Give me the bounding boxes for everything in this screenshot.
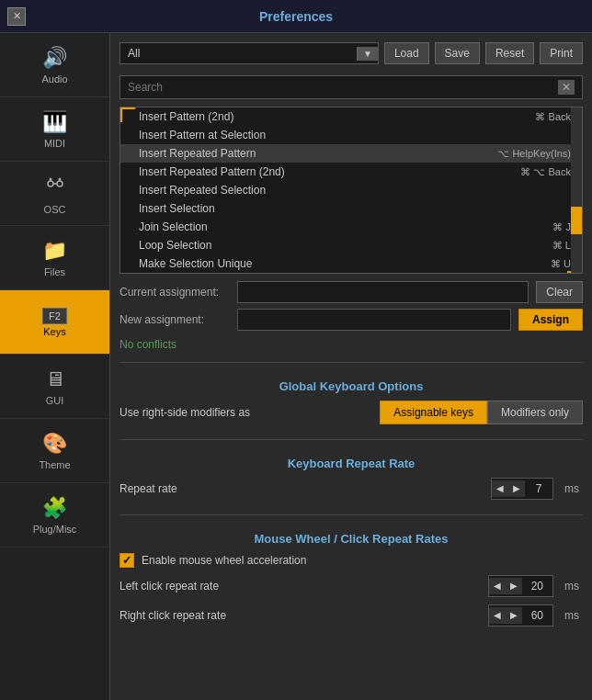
list-item[interactable]: Loop Selection ⌘ L — [120, 236, 582, 254]
keys-panel: All ▼ Load Save Reset Print ✕ Insert Pat — [110, 33, 592, 700]
repeat-rate-value: 7 — [525, 479, 552, 499]
preferences-window: ✕ Preferences 🔊 Audio 🎹 MIDI — [0, 0, 592, 700]
modifiers-only-button[interactable]: Modifiers only — [487, 401, 583, 424]
list-item[interactable]: Insert Pattern (2nd) ⌘ Back — [120, 107, 582, 126]
gui-icon: 🖥 — [45, 367, 65, 391]
list-item[interactable]: Insert Pattern at Selection — [120, 126, 582, 144]
new-assignment-input[interactable] — [237, 309, 511, 331]
left-click-stepper: ◀ ▶ 20 — [488, 575, 553, 597]
list-item[interactable]: Insert Repeated Pattern (2nd) ⌘ ⌥ Back — [120, 163, 582, 181]
category-dropdown-wrapper[interactable]: All ▼ — [120, 42, 379, 64]
sidebar-item-gui[interactable]: 🖥 GUI — [0, 355, 109, 419]
list-scrollbar[interactable] — [571, 107, 582, 273]
right-click-stepper: ◀ ▶ 60 — [488, 604, 553, 627]
title-bar: ✕ Preferences — [0, 0, 592, 33]
left-click-row: Left click repeat rate ◀ ▶ 20 ms — [120, 571, 583, 601]
mouse-wheel-section: Mouse Wheel / Click Repeat Rates Enable … — [120, 526, 583, 630]
list-item-name: Insert Repeated Pattern — [139, 147, 497, 160]
no-conflicts-label: No conflicts — [120, 338, 583, 351]
osc-icon — [44, 173, 66, 200]
left-click-label: Left click repeat rate — [120, 580, 481, 593]
sidebar-label-theme: Theme — [39, 459, 70, 470]
assignable-keys-button[interactable]: Assignable keys — [380, 401, 487, 424]
list-item-name: Loop Selection — [139, 239, 552, 252]
mouse-wheel-header: Mouse Wheel / Click Repeat Rates — [120, 526, 583, 549]
list-item-shortcut: ⌘ Back — [535, 111, 571, 123]
left-click-increment[interactable]: ▶ — [506, 578, 522, 594]
clear-button[interactable]: Clear — [536, 281, 583, 303]
repeat-rate-increment[interactable]: ▶ — [508, 480, 525, 497]
dropdown-arrow-icon: ▼ — [357, 47, 378, 61]
modifier-toggle-group: Assignable keys Modifiers only — [380, 401, 583, 424]
list-item-name: Insert Pattern at Selection — [139, 129, 571, 141]
right-click-decrement[interactable]: ◀ — [489, 607, 506, 624]
corner-decoration-tl — [120, 107, 135, 122]
midi-icon: 🎹 — [42, 110, 67, 134]
right-click-value: 60 — [522, 605, 552, 626]
close-button[interactable]: ✕ — [7, 7, 26, 26]
keyboard-repeat-header: Keyboard Repeat Rate — [120, 451, 583, 474]
list-item[interactable]: Join Selection ⌘ J — [120, 218, 582, 236]
sidebar-label-gui: GUI — [46, 395, 64, 406]
new-assignment-label: New assignment: — [120, 313, 230, 326]
list-item-shortcut: ⌘ ⌥ Back — [520, 166, 571, 178]
svg-point-1 — [57, 181, 63, 186]
list-item[interactable]: Insert Repeated Pattern ⌥ HelpKey(Ins) — [120, 144, 582, 163]
save-button[interactable]: Save — [435, 42, 480, 64]
print-button[interactable]: Print — [540, 42, 583, 64]
files-icon: 📁 — [42, 239, 67, 263]
sidebar-item-files[interactable]: 📁 Files — [0, 226, 109, 290]
sidebar-item-theme[interactable]: 🎨 Theme — [0, 419, 109, 483]
list-item-shortcut: ⌥ HelpKey(Ins) — [497, 148, 571, 160]
right-click-label: Right click repeat rate — [120, 609, 481, 622]
sidebar-label-midi: MIDI — [44, 138, 65, 149]
sidebar-label-files: Files — [44, 266, 65, 277]
assignment-section: Current assignment: Clear New assignment… — [120, 281, 583, 351]
mouse-accel-label: Enable mouse wheel acceleration — [142, 554, 306, 567]
window-title: Preferences — [259, 9, 333, 24]
sidebar-label-audio: Audio — [41, 73, 67, 85]
list-item[interactable]: Insert Selection — [120, 199, 582, 218]
sidebar-item-audio[interactable]: 🔊 Audio — [0, 33, 109, 97]
new-assignment-row: New assignment: — [120, 309, 511, 331]
main-content-area: 🔊 Audio 🎹 MIDI — [0, 33, 592, 700]
sidebar-item-keys[interactable]: F2 Keys — [0, 290, 109, 355]
sidebar-item-osc[interactable]: OSC — [0, 162, 109, 226]
global-keyboard-header: Global Keyboard Options — [120, 374, 583, 397]
search-input[interactable] — [128, 81, 554, 94]
sidebar-label-keys: Keys — [43, 326, 65, 337]
list-item[interactable]: Make Selection Unique ⌘ U — [120, 254, 582, 273]
reset-button[interactable]: Reset — [485, 42, 534, 64]
assign-button[interactable]: Assign — [518, 309, 583, 331]
left-click-unit: ms — [561, 580, 583, 593]
list-item[interactable]: Insert Repeated Selection — [120, 181, 582, 199]
current-assignment-value — [237, 281, 529, 303]
load-button[interactable]: Load — [384, 42, 429, 64]
divider-3 — [120, 514, 583, 515]
assignment-buttons: Clear — [536, 281, 583, 303]
repeat-rate-decrement[interactable]: ◀ — [492, 480, 508, 497]
sidebar-item-midi[interactable]: 🎹 MIDI — [0, 97, 109, 162]
left-click-value: 20 — [522, 576, 552, 596]
right-click-unit: ms — [561, 609, 583, 622]
divider-2 — [120, 439, 583, 440]
search-clear-button[interactable]: ✕ — [558, 80, 575, 95]
repeat-rate-row: Repeat rate ◀ ▶ 7 ms — [120, 474, 583, 503]
sidebar-label-osc: OSC — [44, 204, 66, 215]
sidebar: 🔊 Audio 🎹 MIDI — [0, 33, 110, 700]
scrollbar-thumb — [571, 207, 582, 234]
current-assignment-label: Current assignment: — [120, 286, 230, 299]
repeat-rate-stepper: ◀ ▶ 7 — [491, 478, 553, 500]
divider-1 — [120, 362, 583, 363]
left-click-decrement[interactable]: ◀ — [489, 578, 506, 594]
list-item-name: Insert Pattern (2nd) — [139, 110, 535, 123]
sidebar-item-plugmisc[interactable]: 🧩 Plug/Misc — [0, 483, 109, 548]
right-click-increment[interactable]: ▶ — [506, 607, 522, 624]
top-toolbar: All ▼ Load Save Reset Print — [120, 42, 583, 64]
right-click-row: Right click repeat rate ◀ ▶ 60 ms — [120, 601, 583, 630]
mouse-accel-checkbox[interactable] — [120, 553, 134, 568]
svg-point-0 — [48, 181, 53, 186]
list-item-name: Insert Repeated Selection — [139, 184, 571, 197]
category-dropdown[interactable]: All — [120, 43, 357, 63]
theme-icon: 🎨 — [42, 432, 67, 456]
